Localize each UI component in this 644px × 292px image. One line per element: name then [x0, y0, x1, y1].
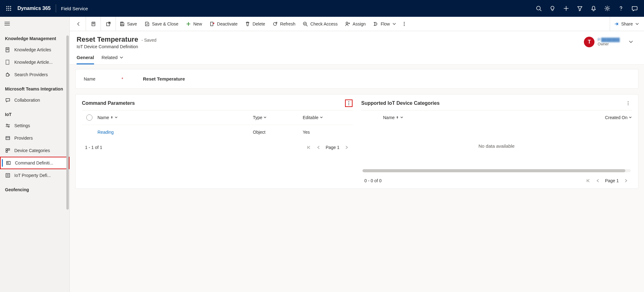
col-created[interactable]: Created On: [563, 115, 632, 120]
save-close-button[interactable]: Save & Close: [141, 17, 182, 31]
table-row[interactable]: Reading Object Yes: [82, 125, 353, 139]
brand-name[interactable]: Dynamics 365: [17, 6, 51, 11]
sliders-icon: [5, 123, 11, 128]
svg-point-1: [8, 6, 9, 7]
new-label: New: [193, 21, 202, 26]
share-button[interactable]: Share: [610, 17, 643, 31]
settings-gear-icon[interactable]: [600, 2, 614, 15]
filter-icon[interactable]: [573, 2, 587, 15]
check-access-icon: [303, 21, 308, 26]
first-page-icon[interactable]: [306, 145, 311, 150]
svg-rect-35: [6, 174, 10, 177]
lightbulb-icon[interactable]: [546, 2, 559, 15]
command-parameters-subgrid: Command Parameters Name Type Editable: [82, 100, 353, 185]
header-expand-chevron[interactable]: [625, 35, 637, 48]
page-header: Reset Temperature - Saved IoT Device Com…: [70, 31, 644, 52]
svg-rect-22: [6, 60, 9, 64]
nav-knowledge-article-templates[interactable]: Knowledge Article...: [0, 56, 69, 68]
svg-point-54: [404, 25, 405, 26]
next-page-icon[interactable]: [344, 145, 349, 150]
nav-iot-providers[interactable]: Providers: [0, 132, 69, 144]
new-button[interactable]: New: [182, 17, 206, 31]
delete-button[interactable]: Delete: [241, 17, 269, 31]
svg-point-60: [628, 104, 629, 105]
delete-label: Delete: [253, 21, 265, 26]
refresh-label: Refresh: [280, 21, 295, 26]
add-icon[interactable]: [559, 2, 573, 15]
command-icon: [6, 160, 11, 166]
chevron-down-icon: [629, 116, 632, 119]
nav-iot-property-definitions[interactable]: IoT Property Defi...: [0, 169, 69, 182]
page-title: Reset Temperature: [77, 35, 138, 43]
col-type[interactable]: Type: [253, 115, 303, 120]
col-label: Name: [383, 115, 395, 120]
row-editable: Yes: [303, 130, 353, 135]
nav-device-categories[interactable]: Device Categories: [0, 144, 69, 157]
deactivate-button[interactable]: Deactivate: [206, 17, 241, 31]
owner-block[interactable]: T P ███████ Owner: [584, 35, 620, 47]
bell-icon[interactable]: [587, 2, 600, 15]
deactivate-label: Deactivate: [217, 21, 238, 26]
owner-avatar: T: [584, 37, 594, 47]
svg-rect-29: [6, 149, 7, 150]
subgrid-more-button[interactable]: [345, 100, 353, 107]
col-label: Type: [253, 115, 262, 120]
page-indicator: Page 1: [605, 178, 619, 183]
nav-item-label: Device Categories: [14, 148, 50, 153]
sidebar-scrollbar[interactable]: [66, 35, 69, 210]
horizontal-scrollbar[interactable]: [362, 169, 631, 172]
more-vertical-icon: [627, 101, 629, 106]
nav-search-providers[interactable]: Search Providers: [0, 68, 69, 81]
open-new-window-icon[interactable]: [101, 17, 116, 31]
search-icon[interactable]: [532, 2, 546, 15]
assistant-icon[interactable]: [628, 2, 642, 15]
app-name[interactable]: Field Service: [61, 6, 88, 11]
cats-count: 0 - 0 of 0: [364, 178, 381, 183]
puzzle-icon: [5, 72, 11, 77]
svg-rect-27: [6, 137, 10, 140]
prev-page-icon[interactable]: [595, 178, 601, 183]
assign-button[interactable]: Assign: [341, 17, 369, 31]
chevron-down-icon: [120, 56, 123, 59]
name-card: Name * Reset Temperature: [75, 69, 638, 89]
col-editable[interactable]: Editable: [303, 115, 353, 120]
command-bar: Save Save & Close New Deactivate Delete …: [70, 17, 644, 31]
collapse-nav-icon[interactable]: [0, 17, 69, 30]
nav-command-definitions[interactable]: Command Definiti...: [0, 157, 69, 169]
help-icon[interactable]: [614, 2, 628, 15]
col-name[interactable]: Name: [383, 115, 563, 120]
row-name-link[interactable]: Reading: [97, 130, 253, 135]
chevron-down-icon: [115, 116, 118, 119]
refresh-button[interactable]: Refresh: [269, 17, 299, 31]
nav-collaboration[interactable]: Collaboration: [0, 94, 69, 106]
overflow-button[interactable]: [400, 17, 409, 31]
select-all-checkbox[interactable]: [86, 114, 92, 121]
refresh-icon: [272, 21, 277, 26]
tab-general[interactable]: General: [77, 52, 94, 64]
chevron-down-icon: [392, 22, 396, 26]
first-page-icon[interactable]: [585, 178, 591, 183]
name-field-value[interactable]: Reset Temperature: [143, 76, 185, 81]
app-launcher-icon[interactable]: [2, 2, 15, 15]
nav-knowledge-articles[interactable]: Knowledge Articles: [0, 44, 69, 56]
svg-point-59: [628, 103, 629, 104]
back-button[interactable]: [71, 17, 86, 31]
svg-line-10: [540, 10, 541, 11]
flow-button[interactable]: Flow: [369, 17, 400, 31]
svg-point-52: [404, 22, 405, 23]
svg-point-7: [8, 10, 9, 11]
page-indicator: Page 1: [326, 145, 339, 150]
check-access-button[interactable]: Check Access: [299, 17, 341, 31]
nav-iot-settings[interactable]: Settings: [0, 119, 69, 132]
subgrid-more-button[interactable]: [624, 100, 632, 107]
col-name[interactable]: Name: [97, 115, 253, 120]
nav-item-label: Knowledge Articles: [14, 47, 51, 52]
prev-page-icon[interactable]: [316, 145, 321, 150]
svg-point-15: [621, 10, 621, 11]
save-button[interactable]: Save: [116, 17, 141, 31]
svg-point-14: [606, 7, 608, 9]
tab-related[interactable]: Related: [102, 52, 123, 64]
name-field-label: Name *: [84, 76, 137, 81]
activity-icon[interactable]: [86, 17, 101, 31]
next-page-icon[interactable]: [623, 178, 629, 183]
